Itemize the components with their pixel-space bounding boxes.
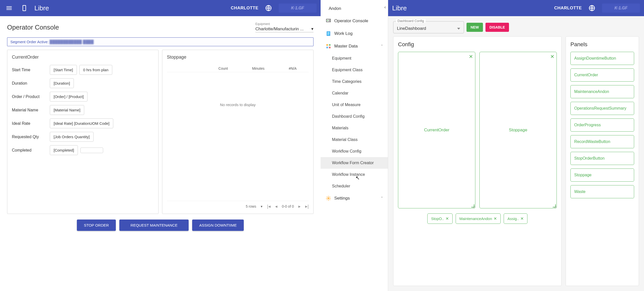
select-label: Dashboard Config [396, 19, 426, 23]
svg-point-2 [327, 20, 328, 21]
sidebar-item-workflow-form-creator[interactable]: Workflow Form Creator [321, 157, 388, 169]
pager-prev-icon[interactable]: ◂ [275, 204, 277, 209]
disable-button[interactable]: DISABLE [485, 23, 509, 32]
close-icon[interactable]: ✕ [446, 216, 449, 221]
chevron-down-icon: ▾ [311, 26, 314, 32]
panel-item-stoppage[interactable]: Stoppage [570, 168, 634, 182]
sidebar-item-settings[interactable]: Settings ˅ [321, 192, 388, 205]
val-completed: [Completed] [50, 145, 78, 155]
val-ideal-rate: [Ideal Rate] [DurationUOM Code] [50, 118, 113, 128]
location-label: CHARLOTTE [231, 6, 258, 11]
close-icon[interactable]: ✕ [550, 54, 554, 60]
config-chip[interactable]: Assig..✕ [504, 213, 527, 224]
panel-item-stoporderbutton[interactable]: StopOrderButton [570, 152, 634, 165]
sidebar-item-time-categories[interactable]: Time Categories [321, 76, 388, 87]
globe-icon[interactable] [587, 3, 597, 13]
panel-item-orderprogress[interactable]: OrderProgress [570, 118, 634, 132]
slot-label: Stoppage [509, 128, 527, 133]
pager-next-icon[interactable]: ▸ [298, 204, 301, 209]
pager-first-icon[interactable]: |◂ [267, 204, 271, 209]
sidebar-item-andon[interactable]: Andon [321, 3, 388, 15]
equipment-select[interactable]: Equipment Charlotte/Manufacturin ... ▾ [255, 22, 314, 32]
sidebar-collapse-icon[interactable]: ‹ [384, 5, 386, 10]
sidebar-item-unit-of-measure[interactable]: Unit of Measure [321, 99, 388, 111]
config-slot-stoppage[interactable]: ✕Stoppage [479, 52, 557, 208]
close-icon[interactable]: ✕ [469, 54, 473, 60]
table-pager: 5 rows ▾ |◂ ◂ 0-0 of 0 ▸ ▸| [167, 201, 309, 209]
dashboard-config-select[interactable]: Dashboard Config LineDashboard [393, 21, 464, 33]
new-button[interactable]: NEW [467, 23, 483, 32]
panel-item-operationsrequestsummary[interactable]: OperationsRequestSummary [570, 102, 634, 115]
sidebar-item-scheduler[interactable]: Scheduler [321, 180, 388, 192]
grid-icon [326, 43, 331, 49]
gear-icon [326, 196, 331, 201]
panels-section: Panels AssignDowntimeButtonCurrentOrderM… [566, 36, 639, 286]
segment-banner: Segment Order Active: ████████████ ████ [7, 37, 314, 46]
panel-item-currentorder[interactable]: CurrentOrder [570, 68, 634, 82]
chevron-up-icon: ˄ [381, 44, 383, 48]
sidebar-item-equipment[interactable]: Equipment [321, 53, 388, 64]
menu-icon[interactable] [4, 3, 14, 13]
sidebar: ‹ Andon Operator Console Work Log Master… [321, 0, 388, 291]
panel-item-assigndowntimebutton[interactable]: AssignDowntimeButton [570, 52, 634, 65]
panel-item-maintenanceandon[interactable]: MaintenanceAndon [570, 85, 634, 98]
sidebar-item-master-data[interactable]: Master Data ˄ [321, 40, 388, 53]
svg-rect-3 [327, 32, 330, 36]
sidebar-item-calendar[interactable]: Calendar [321, 87, 388, 99]
label-ideal-rate: Ideal Rate [12, 121, 50, 126]
page-title: Operator Console [7, 23, 59, 31]
panel-item-waste[interactable]: Waste [570, 185, 634, 198]
clipboard-icon[interactable] [19, 3, 29, 13]
svg-rect-1 [326, 19, 331, 22]
svg-rect-4 [326, 44, 328, 46]
sidebar-item-materials[interactable]: Materials [321, 122, 388, 134]
label-requested-qty: Requested Qty [12, 135, 50, 139]
globe-icon[interactable] [263, 3, 274, 13]
sidebar-label: Settings [334, 196, 350, 201]
sidebar-item-operator-console[interactable]: Operator Console [321, 15, 388, 27]
current-order-card: CurrentOrder Start Time [Start Time] 0 h… [7, 50, 159, 214]
sidebar-item-equipment-class[interactable]: Equipment Class [321, 64, 388, 76]
assign-downtime-button[interactable]: ASSIGN DOWNTIIME [192, 220, 244, 231]
segment-prefix: Segment Order Active: [10, 40, 49, 44]
stoppage-title: Stoppage [167, 55, 309, 60]
config-slot-currentorder[interactable]: ✕CurrentOrder [398, 52, 475, 208]
config-chip[interactable]: StopO..✕ [427, 213, 453, 224]
sidebar-item-workflow-instance[interactable]: Workflow Instance [321, 169, 388, 180]
segment-value: ████████████ ████ [50, 40, 94, 44]
pager-rows-caret[interactable]: ▾ [261, 204, 262, 208]
app-title: Libre [34, 4, 49, 12]
brand-logo: K·1.GF [279, 4, 317, 13]
label-completed: Completed [12, 148, 50, 153]
config-chip[interactable]: MaintenanceAndon✕ [456, 213, 501, 224]
val-duration: [Duration] [50, 78, 74, 88]
label-order-product: Order / Product [12, 94, 50, 99]
select-value: LineDashboard [397, 26, 426, 31]
close-icon[interactable]: ✕ [494, 216, 497, 221]
equipment-value: Charlotte/Manufacturin ... [255, 27, 304, 32]
panels-title: Panels [570, 41, 634, 48]
col-na: #N/A [289, 66, 297, 70]
sidebar-item-workflow-config[interactable]: Workflow Config [321, 146, 388, 157]
request-maintenance-button[interactable]: REQUEST MAINTENANCE [119, 220, 189, 231]
close-icon[interactable]: ✕ [520, 216, 524, 221]
pager-last-icon[interactable]: ▸| [305, 204, 309, 209]
label-start-time: Start Time [12, 68, 50, 72]
document-icon [326, 31, 331, 36]
pager-rows[interactable]: 5 rows [246, 204, 256, 208]
stop-order-button[interactable]: STOP ORDER [77, 220, 116, 231]
chip-label: Assig.. [507, 216, 519, 221]
config-section: Config ✕CurrentOrder✕Stoppage StopO..✕Ma… [393, 36, 562, 286]
sidebar-item-work-log[interactable]: Work Log [321, 27, 388, 40]
config-title: Config [398, 41, 557, 48]
col-count: Count [218, 66, 228, 70]
sidebar-item-material-class[interactable]: Material Class [321, 134, 388, 146]
sidebar-item-dashboard-config[interactable]: Dashboard Config [321, 111, 388, 122]
topbar-right: Libre CHARLOTTE K·1.GF [388, 0, 644, 16]
panel-item-recordwastebutton[interactable]: RecordWasteButton [570, 135, 634, 148]
svg-rect-5 [329, 44, 330, 46]
sidebar-label: Andon [329, 6, 341, 11]
app-title: Libre [392, 4, 407, 12]
equipment-label: Equipment [255, 22, 314, 26]
chevron-down-icon [457, 28, 460, 30]
